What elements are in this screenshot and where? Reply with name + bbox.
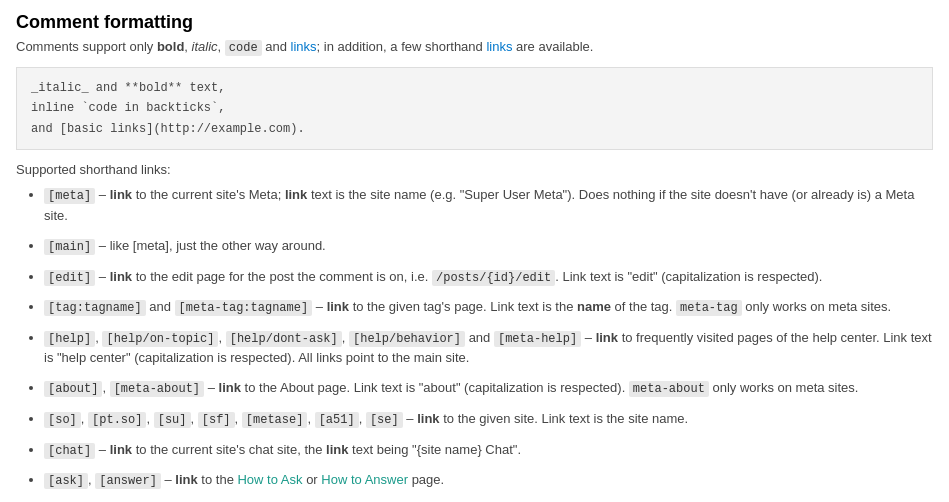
code-main: [main] xyxy=(44,239,95,255)
list-item: [about], [meta-about] – link to the Abou… xyxy=(44,378,933,399)
code-meta: [meta] xyxy=(44,188,95,204)
code-sf: [sf] xyxy=(198,412,235,428)
list-item: [tag:tagname] and [meta-tag:tagname] – l… xyxy=(44,297,933,318)
code-line-2: inline `code in backticks`, xyxy=(31,98,918,118)
list-item: [main] – like [meta], just the other way… xyxy=(44,236,933,257)
code-line-1: _italic_ and **bold** text, xyxy=(31,78,918,98)
code-pt-so: [pt.so] xyxy=(88,412,146,428)
code-help: [help] xyxy=(44,331,95,347)
list-item: [meta] – link to the current site's Meta… xyxy=(44,185,933,226)
list-item: [ask], [answer] – link to the How to Ask… xyxy=(44,470,933,491)
list-item: [edit] – link to the edit page for the p… xyxy=(44,267,933,288)
intro-paragraph: Comments support only bold, italic, code… xyxy=(16,39,933,55)
code-se: [se] xyxy=(366,412,403,428)
code-meta-help: [meta-help] xyxy=(494,331,581,347)
code-help-behavior: [help/behavior] xyxy=(349,331,465,347)
code-meta-tag-tagname: [meta-tag:tagname] xyxy=(175,300,313,316)
code-su: [su] xyxy=(154,412,191,428)
list-item: [chat] – link to the current site's chat… xyxy=(44,440,933,461)
code-answer: [answer] xyxy=(95,473,161,489)
list-item: [help], [help/on-topic], [help/dont-ask]… xyxy=(44,328,933,369)
code-metase: [metase] xyxy=(242,412,308,428)
code-chat: [chat] xyxy=(44,443,95,459)
code-ask: [ask] xyxy=(44,473,88,489)
code-help-dont-ask: [help/dont-ask] xyxy=(226,331,342,347)
code-tag-tagname: [tag:tagname] xyxy=(44,300,146,316)
code-help-on-topic: [help/on-topic] xyxy=(102,331,218,347)
code-so: [so] xyxy=(44,412,81,428)
page-title: Comment formatting xyxy=(16,12,933,33)
code-edit: [edit] xyxy=(44,270,95,286)
code-line-3: and [basic links](http://example.com). xyxy=(31,119,918,139)
how-to-ask-link[interactable]: How to Ask xyxy=(237,472,302,487)
how-to-answer-link[interactable]: How to Answer xyxy=(321,472,408,487)
list-item: [so], [pt.so], [su], [sf], [metase], [a5… xyxy=(44,409,933,430)
shorthand-links-list: [meta] – link to the current site's Meta… xyxy=(16,185,933,502)
code-example-block: _italic_ and **bold** text, inline `code… xyxy=(16,67,933,150)
code-about: [about] xyxy=(44,381,102,397)
code-meta-about: [meta-about] xyxy=(110,381,204,397)
code-a51: [a51] xyxy=(315,412,359,428)
supported-label: Supported shorthand links: xyxy=(16,162,933,177)
